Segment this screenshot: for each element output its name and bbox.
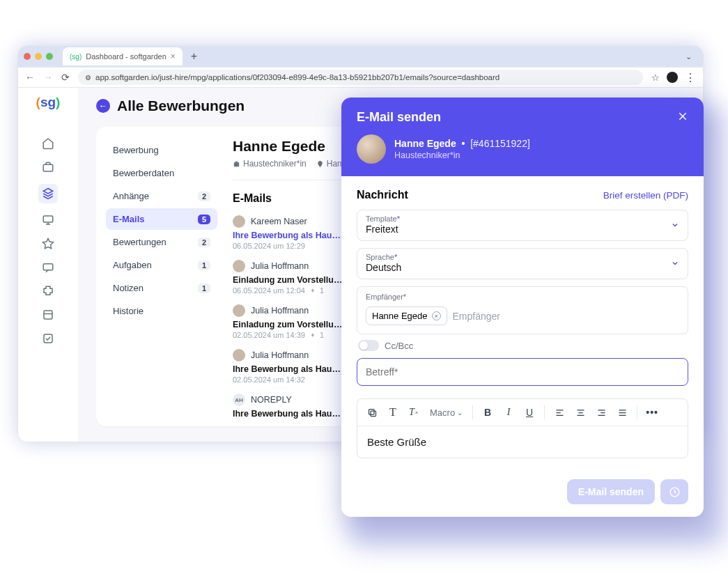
briefcase-icon[interactable]: [41, 160, 55, 174]
recipient-field[interactable]: Empfänger* Hanne Egede × Empfänger: [357, 286, 688, 334]
email-item[interactable]: AHNOREPLYIhre Bewerbung als Hauste…: [233, 394, 358, 419]
home-icon[interactable]: [41, 137, 55, 150]
email-item[interactable]: Julia HoffmannIhre Bewerbung als Hauste……: [233, 349, 358, 384]
subject-field[interactable]: [357, 358, 688, 386]
editor-body[interactable]: Beste Grüße: [357, 426, 688, 458]
editor-toolbar: T T× Macro ⌄ B I U •••: [357, 399, 688, 426]
ccbcc-label: Cc/Bcc: [385, 341, 413, 351]
chevron-down-icon: [671, 219, 679, 232]
back-icon[interactable]: ←: [25, 72, 35, 83]
sidebar-item[interactable]: Bewerberdaten: [106, 162, 217, 184]
profile-avatar-icon[interactable]: [667, 72, 678, 83]
language-select[interactable]: Sprache* Deutsch: [357, 248, 688, 279]
bookmark-icon[interactable]: ☆: [651, 72, 660, 83]
url-field[interactable]: ⚙ app.softgarden.io/just-hire/mpg/applic…: [78, 70, 643, 85]
italic-icon[interactable]: I: [499, 403, 518, 421]
email-item[interactable]: Kareem NaserIhre Bewerbung als Hauste…06…: [233, 215, 358, 250]
puzzle-icon[interactable]: [41, 284, 55, 298]
send-button[interactable]: E-Mail senden: [567, 479, 655, 504]
macro-dropdown[interactable]: Macro ⌄: [426, 407, 467, 418]
sidebar-item[interactable]: Bewertungen2: [106, 231, 217, 253]
align-left-icon[interactable]: [550, 403, 568, 421]
underline-icon[interactable]: U: [520, 403, 539, 421]
browser-tabbar: (sg) Dashboard - softgarden × + ⌄: [18, 46, 703, 67]
address-bar: ← → ⟳ ⚙ app.softgarden.io/just-hire/mpg/…: [18, 67, 703, 88]
email-item[interactable]: Julia HoffmannEinladung zum Vorstellungs…: [233, 304, 358, 339]
chevron-down-icon: [671, 258, 679, 270]
close-window[interactable]: [24, 53, 31, 60]
recipient-label: Empfänger*: [366, 293, 679, 301]
nav-rail: (sg): [18, 88, 78, 442]
check-icon[interactable]: [41, 332, 55, 345]
back-button[interactable]: ←: [96, 99, 110, 113]
layers-icon[interactable]: [38, 184, 58, 203]
template-select[interactable]: Template* Freitext: [357, 210, 688, 241]
align-justify-icon[interactable]: [613, 403, 631, 421]
archive-icon[interactable]: [41, 308, 55, 322]
candidate-role: Haustechniker*in: [243, 159, 307, 169]
minimize-window[interactable]: [35, 53, 42, 60]
svg-rect-8: [371, 411, 376, 417]
align-center-icon[interactable]: [571, 403, 589, 421]
template-value: Freitext: [366, 224, 679, 235]
modal-title: E-Mail senden: [357, 110, 441, 125]
schedule-button[interactable]: [660, 479, 688, 504]
clear-format-icon[interactable]: T×: [405, 403, 423, 421]
browser-tab[interactable]: (sg) Dashboard - softgarden ×: [63, 47, 183, 65]
editor: T T× Macro ⌄ B I U ••• Beste Grüße: [357, 398, 688, 458]
chat-icon[interactable]: [41, 261, 55, 274]
site-settings-icon[interactable]: ⚙: [85, 74, 91, 81]
create-pdf-link[interactable]: Brief erstellen (PDF): [603, 190, 688, 201]
sidebar-item[interactable]: Historie: [106, 300, 217, 322]
bold-icon[interactable]: B: [479, 403, 497, 421]
close-tab-icon[interactable]: ×: [171, 52, 176, 61]
modal-person-role: Haustechniker*in: [394, 150, 530, 160]
align-right-icon[interactable]: [592, 403, 610, 421]
language-value: Deutsch: [366, 262, 679, 273]
subject-input[interactable]: [366, 366, 679, 378]
logo[interactable]: (sg): [36, 95, 61, 110]
sidebar-item[interactable]: Anhänge2: [106, 185, 217, 207]
tabs-dropdown-icon[interactable]: ⌄: [680, 52, 697, 61]
forward-icon[interactable]: →: [43, 72, 53, 83]
new-tab-button[interactable]: +: [187, 50, 201, 63]
svg-rect-3: [44, 311, 52, 319]
svg-rect-2: [43, 264, 53, 270]
sidebar-item[interactable]: Aufgaben1: [106, 254, 217, 276]
avatar: [357, 134, 386, 164]
window-controls: [24, 53, 53, 60]
svg-rect-1: [43, 216, 53, 222]
recipient-chip-label: Hanne Egede: [372, 311, 428, 321]
copy-icon[interactable]: [363, 403, 381, 421]
sidebar-item[interactable]: Notizen1: [106, 277, 217, 299]
modal-section-heading: Nachricht: [357, 189, 408, 201]
recipient-chip[interactable]: Hanne Egede ×: [366, 306, 447, 325]
sidebar-item[interactable]: Bewerbung: [106, 139, 217, 161]
tab-title: Dashboard - softgarden: [86, 52, 166, 61]
email-modal: E-Mail senden Hanne Egede • [#461151922]…: [341, 98, 704, 517]
svg-rect-5: [44, 334, 52, 343]
maximize-window[interactable]: [46, 53, 53, 60]
modal-person-name: Hanne Egede • [#461151922]: [394, 138, 530, 149]
tab-favicon: (sg): [70, 53, 82, 61]
detail-sidemenu: BewerbungBewerberdatenAnhänge2E-Mails5Be…: [106, 135, 217, 426]
recipient-placeholder: Empfänger: [453, 311, 500, 322]
emails-heading: E-Mails: [233, 192, 272, 205]
text-icon[interactable]: T: [384, 403, 402, 421]
email-item[interactable]: Julia HoffmannEinladung zum Vorstellungs…: [233, 260, 358, 295]
sidebar-item[interactable]: E-Mails5: [106, 208, 217, 230]
url-text: app.softgarden.io/just-hire/mpg/applicat…: [95, 73, 499, 81]
svg-rect-9: [369, 409, 374, 414]
monitor-icon[interactable]: [41, 213, 55, 227]
reload-icon[interactable]: ⟳: [61, 72, 70, 83]
page-title-text: Alle Bewerbungen: [117, 98, 245, 114]
star-icon[interactable]: [41, 237, 55, 251]
close-icon[interactable]: [677, 111, 688, 125]
ccbcc-toggle[interactable]: [358, 340, 379, 351]
more-icon[interactable]: •••: [643, 403, 661, 421]
browser-menu-icon[interactable]: ⋮: [685, 71, 696, 84]
remove-chip-icon[interactable]: ×: [432, 311, 441, 320]
svg-rect-0: [43, 164, 53, 171]
